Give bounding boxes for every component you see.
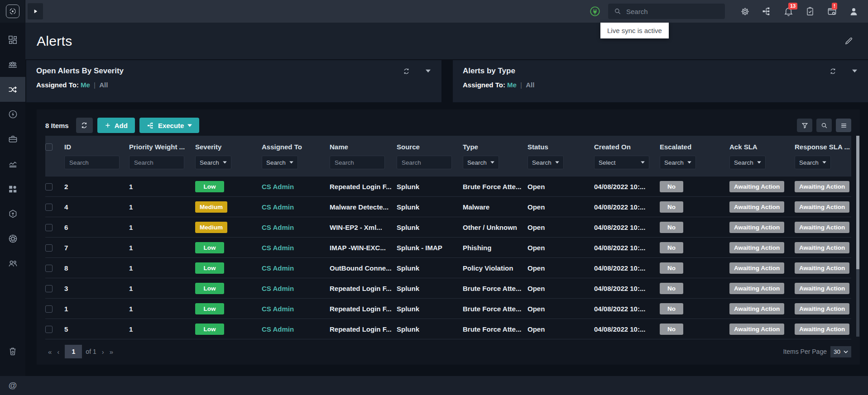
widget-refresh-button[interactable] bbox=[403, 67, 410, 75]
sidebar-item-users[interactable] bbox=[0, 251, 25, 276]
apps-button[interactable]: ! bbox=[825, 5, 838, 18]
column-header-priority-weight[interactable]: Priority Weight ... bbox=[129, 136, 195, 153]
filter-input-source[interactable] bbox=[397, 156, 452, 169]
response-sla-badge: Awaiting Action bbox=[795, 262, 849, 274]
cell-name[interactable]: Malware Detecte... bbox=[330, 197, 397, 217]
first-page-button[interactable]: « bbox=[45, 348, 54, 356]
cell-name[interactable]: Repeated Login F... bbox=[330, 319, 397, 339]
column-header-escalated[interactable]: Escalated bbox=[660, 136, 729, 153]
table-body: 21LowCS AdminRepeated Login F...SplunkBr… bbox=[45, 176, 851, 339]
sidebar-item-cases[interactable] bbox=[0, 127, 25, 152]
column-header-status[interactable]: Status bbox=[528, 136, 594, 153]
integrations-button[interactable] bbox=[760, 5, 773, 18]
assignee-link[interactable]: CS Admin bbox=[262, 264, 294, 272]
row-checkbox[interactable] bbox=[45, 326, 53, 333]
filter-dropdown-ack-sla[interactable]: Search bbox=[729, 156, 766, 169]
column-header-ack-sla[interactable]: Ack SLA bbox=[729, 136, 795, 153]
column-header-name[interactable]: Name bbox=[330, 136, 397, 153]
sidebar-item-dashboard[interactable] bbox=[0, 27, 25, 52]
execute-button[interactable]: Execute bbox=[139, 118, 200, 133]
filter-input-priority-weight[interactable] bbox=[129, 156, 184, 169]
settings-button[interactable] bbox=[739, 5, 751, 18]
assignee-link[interactable]: CS Admin bbox=[262, 203, 294, 211]
column-header-assigned-to[interactable]: Assigned To bbox=[262, 136, 330, 153]
row-checkbox[interactable] bbox=[45, 204, 53, 211]
assigned-me-link[interactable]: Me bbox=[81, 81, 90, 89]
sidebar-item-groups[interactable] bbox=[0, 52, 25, 77]
widget-alerts-by-type: Alerts by Type Assigned To: Me | All bbox=[453, 60, 868, 102]
column-header-severity[interactable]: Severity bbox=[195, 136, 262, 153]
column-header-response-sla[interactable]: Response SLA ... bbox=[795, 136, 851, 153]
prev-page-button[interactable]: ‹ bbox=[54, 348, 62, 356]
edit-page-button[interactable] bbox=[844, 36, 854, 46]
filter-dropdown-type[interactable]: Search bbox=[463, 156, 499, 169]
sidebar-item-automation[interactable] bbox=[0, 102, 25, 127]
sidebar-item-operations[interactable] bbox=[0, 226, 25, 251]
assignee-link[interactable]: CS Admin bbox=[262, 285, 294, 292]
next-page-button[interactable]: › bbox=[99, 348, 107, 356]
column-header-source[interactable]: Source bbox=[397, 136, 463, 153]
sidebar-item-components[interactable] bbox=[0, 176, 25, 201]
tasks-button[interactable] bbox=[804, 5, 816, 18]
widget-menu-button[interactable] bbox=[852, 69, 857, 73]
filter-cell-type: Search bbox=[463, 153, 528, 176]
sidebar-item-alerts[interactable] bbox=[0, 77, 25, 102]
row-checkbox[interactable] bbox=[45, 285, 53, 292]
live-sync-icon[interactable] bbox=[589, 5, 601, 17]
row-checkbox[interactable] bbox=[45, 224, 53, 231]
notifications-button[interactable]: 13 bbox=[782, 5, 795, 18]
filter-dropdown-severity[interactable]: Search bbox=[195, 156, 231, 169]
current-page[interactable]: 1 bbox=[65, 345, 82, 358]
select-all-checkbox[interactable] bbox=[45, 143, 53, 151]
recycle-bin-icon bbox=[8, 346, 18, 356]
filter-dropdown-status[interactable]: Search bbox=[528, 156, 564, 169]
filter-input-name[interactable] bbox=[330, 156, 385, 169]
sidebar-item-mentions[interactable]: @ bbox=[0, 376, 25, 395]
cell-name[interactable]: WIN-EP2 - Xml... bbox=[330, 217, 397, 238]
assignee-link[interactable]: CS Admin bbox=[262, 305, 294, 313]
list-view-button[interactable] bbox=[836, 119, 851, 132]
sidebar-item-analytics[interactable] bbox=[0, 152, 25, 176]
search-table-button[interactable] bbox=[816, 119, 832, 132]
last-page-button[interactable]: » bbox=[107, 348, 116, 356]
filter-dropdown-created-on[interactable]: Select bbox=[594, 156, 649, 169]
column-header-type[interactable]: Type bbox=[463, 136, 528, 153]
cell-name[interactable]: Repeated Login F... bbox=[330, 176, 397, 197]
row-checkbox[interactable] bbox=[45, 183, 53, 190]
cell-name[interactable]: OutBound Conne... bbox=[330, 258, 397, 278]
sidebar-expand-button[interactable] bbox=[28, 3, 43, 19]
filter-input-id[interactable] bbox=[64, 156, 120, 169]
refresh-table-button[interactable] bbox=[76, 118, 93, 133]
row-checkbox[interactable] bbox=[45, 265, 53, 272]
items-per-page-select[interactable]: 30 bbox=[830, 346, 851, 357]
items-count: 8 Items bbox=[45, 122, 69, 129]
sidebar-item-recycle-bin[interactable] bbox=[0, 338, 25, 363]
filter-dropdown-response-sla[interactable]: Search bbox=[795, 156, 831, 169]
sidebar-item-threat-intel[interactable] bbox=[0, 201, 25, 226]
assignee-link[interactable]: CS Admin bbox=[262, 183, 294, 190]
assignee-link[interactable]: CS Admin bbox=[262, 325, 294, 333]
column-header-id[interactable]: ID bbox=[64, 136, 129, 153]
cell-name[interactable]: Repeated Login F... bbox=[330, 278, 397, 299]
column-header-created-on[interactable]: Created On bbox=[594, 136, 660, 153]
assigned-all-link[interactable]: All bbox=[526, 81, 534, 89]
row-checkbox[interactable] bbox=[45, 305, 53, 313]
filter-dropdown-escalated[interactable]: Search bbox=[660, 156, 696, 169]
search-input[interactable] bbox=[626, 8, 719, 15]
widget-menu-button[interactable] bbox=[426, 69, 431, 73]
add-button[interactable]: Add bbox=[97, 118, 135, 133]
filter-button[interactable] bbox=[797, 119, 812, 132]
assigned-me-link[interactable]: Me bbox=[507, 81, 517, 89]
vertical-scrollbar[interactable] bbox=[856, 136, 859, 337]
scrollbar-thumb[interactable] bbox=[856, 136, 859, 269]
cell-name[interactable]: IMAP -WIN-EXC... bbox=[330, 238, 397, 258]
assignee-link[interactable]: CS Admin bbox=[262, 224, 294, 231]
widget-refresh-button[interactable] bbox=[829, 67, 837, 75]
filter-dropdown-assigned-to[interactable]: Search bbox=[262, 156, 298, 169]
assigned-all-link[interactable]: All bbox=[99, 81, 108, 89]
row-checkbox[interactable] bbox=[45, 244, 53, 252]
profile-button[interactable] bbox=[847, 5, 860, 18]
app-logo[interactable] bbox=[0, 0, 25, 23]
cell-name[interactable]: Repeated Login F... bbox=[330, 299, 397, 319]
assignee-link[interactable]: CS Admin bbox=[262, 244, 294, 252]
